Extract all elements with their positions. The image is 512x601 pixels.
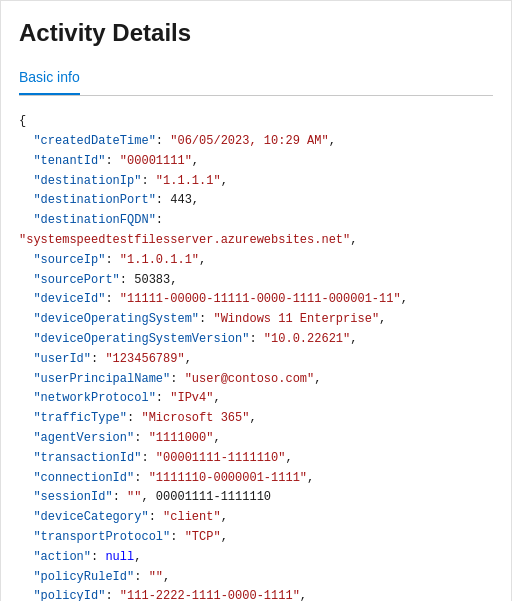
tabs-bar: Basic info — [19, 68, 493, 96]
main-container: Activity Details Basic info { "createdDa… — [0, 0, 512, 601]
tab-basic-info[interactable]: Basic info — [19, 69, 80, 95]
page-title: Activity Details — [19, 17, 493, 48]
json-content: { "createdDateTime": "06/05/2023, 10:29 … — [19, 112, 493, 601]
